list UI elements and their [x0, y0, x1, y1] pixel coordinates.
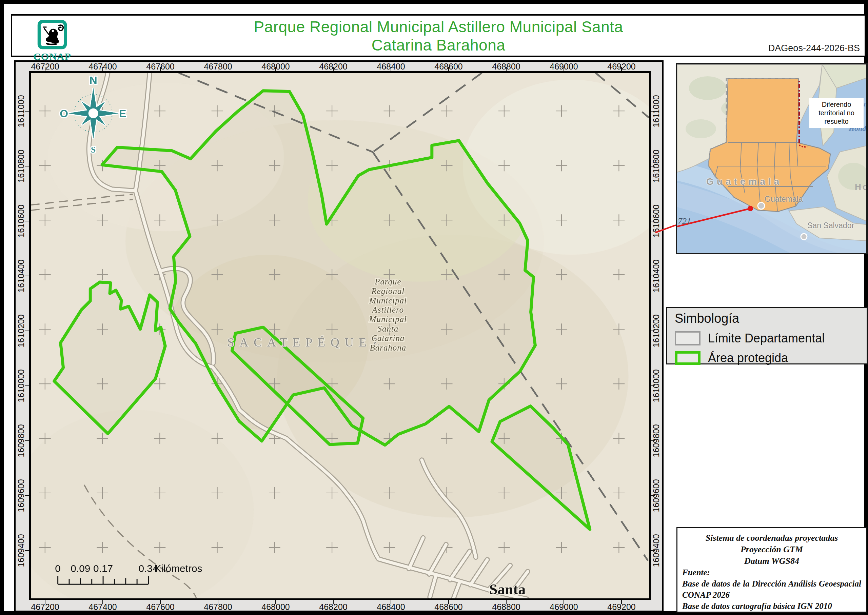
inset-city-label: Guatemala [765, 195, 803, 204]
x-axis-tick [275, 600, 276, 604]
y-axis-label-left: 1610600 [16, 196, 26, 247]
inset-neighbor-label: Ho [855, 182, 868, 192]
compass-e-label: E [119, 108, 126, 120]
y-axis-tick [651, 440, 655, 441]
y-axis-tick [651, 221, 655, 222]
map-canvas: N O E S SACATEPÉQUEZ ParqueRegionalMunic… [29, 71, 651, 600]
y-axis-tick [651, 331, 655, 331]
page-title-line2: Catarina Barahona [114, 36, 763, 54]
legend: Simbología Límite DepartamentalÁrea prot… [666, 307, 868, 364]
credits-box: Sistema de coordenadas proyectadasProyec… [676, 527, 867, 613]
x-axis-tick [45, 67, 45, 71]
y-axis-label-left: 1611000 [16, 86, 26, 137]
y-axis-tick [25, 440, 29, 441]
y-axis-tick [651, 166, 655, 167]
x-axis-tick [218, 600, 219, 604]
conap-logo-icon [37, 19, 68, 50]
inset-site-dot [748, 206, 753, 211]
department-label: SACATEPÉQUEZ [227, 336, 384, 349]
y-axis-label-left: 1610800 [16, 141, 26, 192]
page-border: CONAP Parque Regional Municipal Astiller… [0, 0, 868, 615]
settlement-label: Santa [489, 581, 526, 597]
compass-s-label: S [91, 145, 95, 155]
y-axis-tick [25, 550, 29, 551]
x-axis-tick [448, 600, 449, 604]
y-axis-tick [651, 111, 655, 112]
y-axis-label-left: 1610200 [16, 306, 26, 356]
credits-projection-lines: Sistema de coordenadas proyectadasProyec… [682, 532, 861, 567]
compass-n-label: N [89, 74, 97, 86]
y-axis-tick [651, 495, 655, 496]
credits-line: Datum WGS84 [682, 555, 861, 567]
x-axis-tick [564, 600, 564, 604]
legend-item: Área protegida [675, 351, 866, 365]
legend-item-label: Área protegida [708, 351, 788, 365]
credits-source-lines: Base de datos de la Dirección Análisis G… [682, 578, 861, 612]
y-axis-tick [651, 550, 655, 551]
y-axis-tick [25, 221, 29, 222]
x-axis-tick [506, 67, 507, 71]
legend-items: Límite DepartamentalÁrea protegida [675, 331, 866, 365]
map-coordinate-band: N O E S SACATEPÉQUEZ ParqueRegionalMunic… [14, 60, 663, 612]
y-axis-label-left: 1610400 [16, 251, 26, 301]
header: CONAP Parque Regional Municipal Astiller… [11, 14, 866, 57]
y-axis-tick [25, 276, 29, 276]
document-id: DAGeos-244-2026-BS [768, 43, 860, 53]
page-title-line1: Parque Regional Municipal Astillero Muni… [114, 18, 763, 36]
inset-city2-dot [801, 234, 807, 240]
legend-swatch-green [675, 351, 701, 365]
x-axis-tick [564, 67, 564, 71]
legend-title: Simbología [675, 311, 866, 326]
inset-city-dot [758, 202, 765, 209]
inset-locator-map: Guatemala Guatemala San Salvador 721 Gu … [676, 63, 868, 254]
y-axis-tick [25, 331, 29, 331]
y-axis-label-left: 1609600 [16, 470, 26, 521]
y-axis-tick [25, 386, 29, 386]
inset-depth-label: 721 [678, 216, 691, 226]
y-axis-tick [651, 386, 655, 386]
x-axis-tick [102, 600, 103, 604]
map-drawing: N O E S SACATEPÉQUEZ ParqueRegionalMunic… [31, 73, 649, 598]
scale-tick-label: 0.17 [93, 563, 113, 574]
page-title: Parque Regional Municipal Astillero Muni… [114, 18, 763, 54]
x-axis-tick [45, 600, 45, 604]
x-axis-tick [390, 67, 391, 71]
inset-city2-label: San Salvador [807, 221, 854, 230]
y-axis-tick [25, 166, 29, 167]
inset-country-label: Guatemala [706, 176, 782, 187]
scale-tick-label: 0 [55, 563, 61, 574]
x-axis-tick [390, 600, 391, 604]
y-axis-tick [25, 495, 29, 496]
scale-tick-label: 0.09 [70, 563, 90, 574]
credits-line: Proyección GTM [682, 544, 861, 555]
y-axis-tick [25, 111, 29, 112]
y-axis-label-left: 1610000 [16, 361, 26, 411]
x-axis-tick [275, 67, 276, 71]
scale-bar-unit: Kilómetros [154, 563, 202, 574]
x-axis-tick [448, 67, 449, 71]
x-axis-tick [333, 600, 334, 604]
scale-bar-labels: 00.090.170.34 [55, 563, 158, 574]
conap-logo: CONAP [32, 19, 73, 62]
x-axis-tick [102, 67, 103, 71]
credits-source-line: Base de datos cartografía básica IGN 201… [682, 601, 861, 612]
x-axis-tick [160, 67, 161, 71]
x-axis-tick [218, 67, 219, 71]
credits-source-label: Fuente: [682, 567, 861, 578]
y-axis-label-left: 1609400 [16, 525, 26, 576]
x-axis-tick [621, 600, 622, 604]
legend-item-label: Límite Departamental [708, 331, 824, 345]
credits-source-line: Base de datos de la Dirección Análisis G… [682, 578, 861, 601]
x-axis-tick [621, 67, 622, 71]
y-axis-tick [651, 276, 655, 276]
park-name-label: ParqueRegionalMunicipalAstilleroMunicipa… [369, 277, 407, 352]
inset-territorial-note: Diferendo territorial no resuelto [809, 98, 863, 128]
credits-line: Sistema de coordenadas proyectadas [682, 532, 861, 544]
compass-o-label: O [60, 108, 68, 120]
legend-swatch-gray [675, 331, 701, 345]
x-axis-tick [333, 67, 334, 71]
x-axis-tick [160, 600, 161, 604]
y-axis-label-left: 1609800 [16, 415, 26, 466]
legend-item: Límite Departamental [675, 331, 866, 345]
x-axis-tick [506, 600, 507, 604]
